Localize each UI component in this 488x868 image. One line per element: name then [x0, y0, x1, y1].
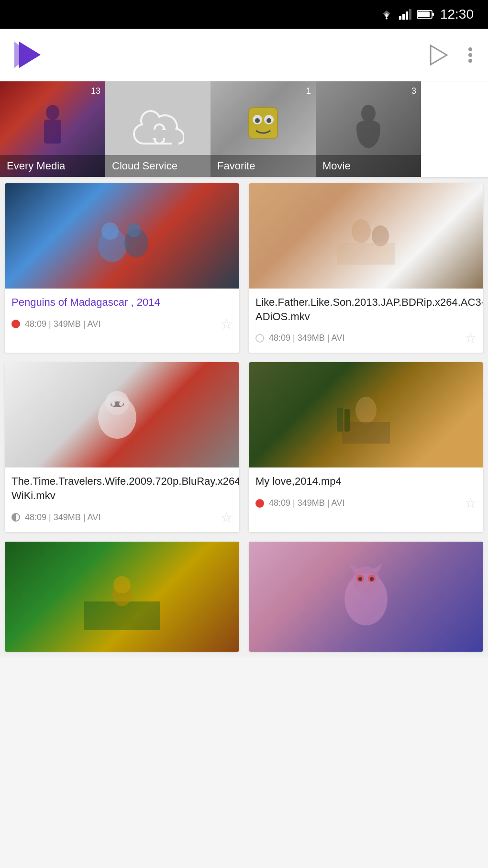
svg-point-12 — [468, 53, 472, 57]
svg-point-14 — [46, 105, 59, 120]
cloud-service-label: Cloud Service — [112, 160, 177, 172]
svg-marker-10 — [431, 45, 447, 65]
signal-icon — [399, 9, 411, 20]
movie-label: Movie — [322, 160, 351, 172]
favorite-label: Favorite — [217, 160, 255, 172]
media-card-time-traveler[interactable]: The.Time.Travelers.Wife.2009.720p.BluRay… — [5, 362, 239, 532]
media-card-my-love[interactable]: My love,2014.mp4 48:09 | 349MB | AVI ☆ — [249, 362, 483, 532]
cloud-icon — [132, 110, 184, 148]
media-info-my-love: My love,2014.mp4 48:09 | 349MB | AVI ☆ — [249, 467, 483, 518]
media-thumbnail-like-father — [249, 183, 483, 289]
movie-overlay: Movie — [316, 155, 421, 177]
favorite-art — [239, 103, 287, 156]
media-title-like-father: Like.Father.Like.Son.2013.JAP.BDRip.x264… — [255, 295, 477, 323]
svg-rect-2 — [402, 14, 405, 20]
more-options-button[interactable] — [467, 45, 474, 66]
category-every-media[interactable]: 13 Every Media — [0, 81, 105, 177]
wifi-icon — [380, 9, 393, 20]
svg-point-51 — [370, 577, 374, 581]
battery-icon — [417, 10, 434, 19]
svg-rect-38 — [337, 408, 343, 432]
media-card-animation2[interactable] — [249, 542, 483, 652]
progress-dot-my-love — [255, 499, 264, 508]
svg-marker-9 — [19, 42, 41, 68]
every-media-overlay: Every Media — [0, 155, 105, 177]
category-cloud-service[interactable]: Cloud Service — [105, 81, 211, 177]
more-dots-icon — [467, 45, 474, 66]
media-details-like-father: 48:09 | 349MB | AVI — [269, 333, 460, 343]
media-thumbnail-penguins — [5, 183, 239, 289]
svg-point-11 — [468, 47, 472, 51]
svg-rect-4 — [409, 9, 411, 20]
svg-point-22 — [266, 118, 271, 123]
category-movie[interactable]: 3 Movie — [316, 81, 421, 177]
svg-rect-7 — [433, 13, 434, 16]
category-favorite[interactable]: 1 Favorite — [211, 81, 316, 177]
progress-dot-like-father — [255, 334, 264, 343]
header-actions — [429, 45, 474, 66]
status-icons: 12:30 — [380, 7, 474, 22]
status-bar: 12:30 — [0, 0, 488, 29]
svg-point-34 — [111, 402, 115, 406]
movie-count: 3 — [411, 86, 416, 96]
media-details-penguins: 48:09 | 349MB | AVI — [25, 319, 216, 329]
media-meta-penguins: 48:09 | 349MB | AVI ☆ — [11, 316, 233, 332]
svg-rect-15 — [44, 120, 61, 144]
progress-dot-time-traveler — [11, 513, 20, 522]
media-info-time-traveler: The.Time.Travelers.Wife.2009.720p.BluRay… — [5, 467, 239, 532]
cloud-service-overlay: Cloud Service — [105, 155, 211, 177]
svg-rect-39 — [344, 409, 350, 432]
category-row: 13 Every Media Cloud Service — [0, 81, 488, 177]
media-thumbnail-time-traveler — [5, 362, 239, 467]
svg-rect-3 — [406, 11, 408, 20]
media-card-like-father[interactable]: Like.Father.Like.Son.2013.JAP.BDRip.x264… — [249, 183, 483, 353]
media-details-time-traveler: 48:09 | 349MB | AVI — [25, 512, 216, 523]
media-title-my-love: My love,2014.mp4 — [255, 474, 477, 489]
play-button[interactable] — [429, 45, 448, 66]
media-title-time-traveler: The.Time.Travelers.Wife.2009.720p.BluRay… — [11, 474, 233, 502]
svg-point-27 — [127, 223, 141, 237]
star-time-traveler[interactable]: ☆ — [221, 510, 233, 525]
star-like-father[interactable]: ☆ — [465, 330, 477, 346]
media-card-penguins[interactable]: Penguins of Madagascar , 2014 48:09 | 34… — [5, 183, 239, 353]
media-info-like-father: Like.Father.Like.Son.2013.JAP.BDRip.x264… — [249, 289, 483, 353]
media-grid: Penguins of Madagascar , 2014 48:09 | 34… — [0, 178, 488, 657]
svg-point-28 — [352, 219, 371, 243]
every-media-count: 13 — [91, 86, 100, 96]
svg-rect-30 — [337, 243, 395, 265]
logo-icon — [14, 37, 57, 73]
svg-rect-6 — [418, 11, 430, 17]
favorite-count: 1 — [306, 86, 311, 96]
media-meta-time-traveler: 48:09 | 349MB | AVI ☆ — [11, 510, 233, 525]
favorite-overlay: Favorite — [211, 155, 316, 177]
media-info-penguins: Penguins of Madagascar , 2014 48:09 | 34… — [5, 289, 239, 339]
svg-marker-17 — [152, 138, 157, 141]
play-icon — [429, 45, 448, 66]
media-thumbnail-my-love — [249, 362, 483, 467]
media-thumbnail-animation2 — [249, 542, 483, 652]
media-title-penguins: Penguins of Madagascar , 2014 — [11, 295, 233, 310]
app-logo — [14, 37, 57, 73]
svg-point-13 — [468, 59, 472, 63]
movie-art — [347, 103, 390, 156]
media-card-animation1[interactable] — [5, 542, 239, 652]
svg-point-50 — [358, 577, 362, 581]
svg-marker-16 — [162, 127, 166, 130]
svg-rect-18 — [249, 108, 277, 139]
svg-point-35 — [119, 402, 123, 406]
svg-point-21 — [255, 118, 260, 123]
media-thumbnail-animation1 — [5, 542, 239, 652]
media-meta-like-father: 48:09 | 349MB | AVI ☆ — [255, 330, 477, 346]
svg-rect-1 — [399, 16, 401, 20]
media-details-my-love: 48:09 | 349MB | AVI — [269, 498, 460, 508]
app-header — [0, 29, 488, 81]
every-media-label: Every Media — [7, 160, 65, 172]
svg-point-36 — [355, 397, 377, 423]
svg-point-0 — [386, 18, 388, 20]
star-my-love[interactable]: ☆ — [465, 495, 477, 511]
star-penguins[interactable]: ☆ — [221, 316, 233, 332]
progress-dot-penguins — [11, 320, 20, 328]
svg-point-43 — [113, 576, 131, 593]
every-media-art — [33, 100, 72, 158]
svg-point-26 — [101, 223, 119, 240]
